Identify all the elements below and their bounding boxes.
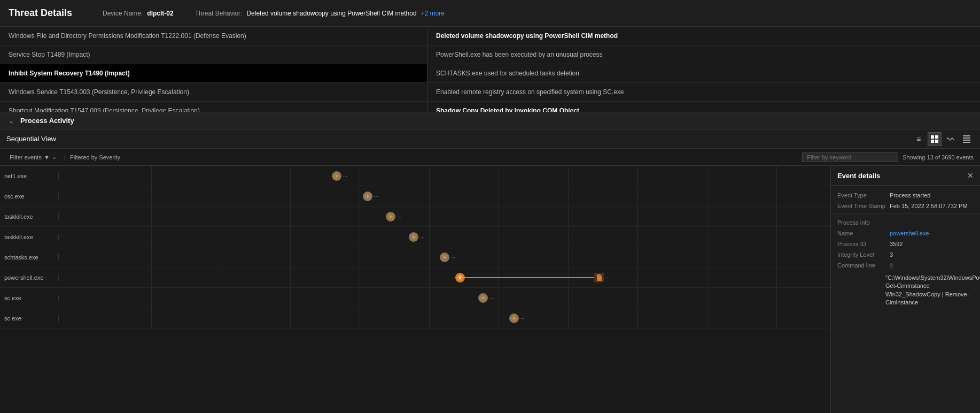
threat-right-item-2[interactable]: PowerShell.exe has been executed by an u… <box>427 45 980 64</box>
process-name-taskkill2: taskkill.exe <box>0 234 59 240</box>
process-activity-header: ⌄ Process Activity <box>0 112 980 129</box>
sequential-view-title: Sequential View <box>6 135 56 143</box>
event-type-label: Event Type <box>837 192 885 198</box>
svg-point-13 <box>459 277 461 279</box>
event-node-csc[interactable] <box>363 192 372 201</box>
event-node-powershell[interactable] <box>455 273 465 282</box>
chevron-down-icon[interactable]: ⌄ <box>9 117 14 125</box>
process-timeline: net1.exe <box>0 166 830 413</box>
behavior-value: Deleted volume shadowcopy using PowerShe… <box>246 10 416 17</box>
threat-item-2[interactable]: Service Stop T1489 (Impact) <box>0 45 427 64</box>
view-grid-button[interactable] <box>928 132 942 146</box>
svg-point-12 <box>444 256 446 258</box>
process-name-csc: csc.exe <box>0 193 59 200</box>
pid-value: 3592 <box>890 241 974 247</box>
process-name-sc1: sc.exe <box>0 295 59 301</box>
event-dots-csc[interactable]: ··· <box>374 193 378 199</box>
event-node-taskkill2[interactable] <box>409 232 418 242</box>
timeline-area-sc1: ··· <box>59 288 830 308</box>
event-type-value: Process started <box>890 192 974 198</box>
process-info-label: Process info <box>831 216 980 228</box>
event-details-panel: Event details ✕ Event Type Process start… <box>830 166 980 413</box>
threat-right-item-3[interactable]: SCHTASKS.exe used for scheduled tasks de… <box>427 64 980 83</box>
event-node-net1[interactable] <box>332 171 341 181</box>
threat-list-right: Deleted volume shadowcopy using PowerShe… <box>427 27 980 112</box>
timeline-area-schtasks: ··· <box>59 247 830 267</box>
filter-events-button[interactable]: Filter events ▼ ⌄ <box>6 152 60 162</box>
event-node-sc1[interactable] <box>478 293 488 303</box>
event-dots-taskkill2[interactable]: ··· <box>420 234 424 240</box>
event-dots-net1[interactable]: ··· <box>343 173 347 179</box>
timeline-area-taskkill1: ··· <box>59 206 830 226</box>
event-node-schtasks[interactable] <box>440 253 449 262</box>
svg-point-8 <box>336 175 338 177</box>
timeline-row-sc1: sc.exe <box>0 288 830 308</box>
process-name-powershell: powershell.exe <box>0 274 59 281</box>
name-label: Name <box>837 230 885 236</box>
integrity-label: Integrity Level <box>837 251 885 258</box>
threat-item-4[interactable]: Windows Service T1543.003 (Persistence, … <box>0 83 427 102</box>
more-link[interactable]: +2 more <box>421 10 445 17</box>
svg-rect-7 <box>963 142 970 143</box>
timeline-area-taskkill2: ··· <box>59 227 830 247</box>
page-title: Threat Details <box>9 7 94 19</box>
filter-separator: | <box>64 154 66 161</box>
event-node-taskkill1[interactable] <box>386 212 395 221</box>
showing-label: Showing 13 of 3690 events <box>903 154 974 160</box>
header: Threat Details Device Name: dlpclt-02 Th… <box>0 0 980 27</box>
pid-label: Process ID <box>837 241 885 247</box>
filter-icon: ▼ <box>44 154 50 160</box>
threat-right-item-4[interactable]: Enabled remote registry access on specif… <box>427 83 980 102</box>
event-doc-powershell[interactable] <box>594 273 604 282</box>
filter-label: Filter events <box>10 154 42 160</box>
event-dots-sc1[interactable]: ··· <box>489 295 494 301</box>
view-list-button[interactable]: ≡ <box>912 132 925 146</box>
event-node-sc2[interactable] <box>509 313 519 323</box>
event-type-row: Event Type Process started <box>831 190 980 201</box>
process-name-sc2: sc.exe <box>0 315 59 322</box>
process-name-schtasks: schtasks.exe <box>0 254 59 261</box>
event-dots-schtasks[interactable]: ··· <box>451 254 455 260</box>
threat-right-item-5[interactable]: Shadow Copy Deleted by Invoking COM Obje… <box>427 102 980 112</box>
panel-title: Event details <box>837 172 880 180</box>
keyword-filter-input[interactable] <box>802 152 898 162</box>
threat-item-5[interactable]: Shortcut Modification T1547.009 (Persist… <box>0 102 427 112</box>
integrity-value: 3 <box>890 251 974 258</box>
timeline-area-net1: ··· <box>59 166 830 186</box>
integrity-row: Integrity Level 3 <box>831 249 980 260</box>
event-connection-line <box>460 277 599 278</box>
behavior-label: Threat Behavior: <box>195 10 243 17</box>
view-icon-group: ≡ <box>912 132 974 146</box>
threat-right-item-1[interactable]: Deleted volume shadowcopy using PowerShe… <box>427 27 980 45</box>
threat-list-left: Windows File and Directory Permissions M… <box>0 27 427 112</box>
timeline-area-powershell: ··· <box>59 267 830 287</box>
sequential-view-bar: Sequential View ≡ <box>0 129 980 149</box>
process-name-row: Name powershell.exe <box>831 228 980 239</box>
device-label: Device Name: <box>103 10 143 17</box>
event-dots-powershell-doc[interactable]: ··· <box>605 274 610 280</box>
process-activity-title: Process Activity <box>20 117 74 125</box>
process-name-value[interactable]: powershell.exe <box>890 230 974 236</box>
event-dots-sc2[interactable]: ··· <box>520 315 525 321</box>
filter-chevron: ⌄ <box>52 154 57 160</box>
threat-item-3[interactable]: Inhibit System Recovery T1490 (Impact) <box>0 64 427 83</box>
timeline-row-powershell: powershell.exe <box>0 267 830 288</box>
timeline-row-taskkill2: taskkill.exe <box>0 227 830 247</box>
copy-icon[interactable]: ⎘ <box>890 262 893 270</box>
cmd-label-row: Command line ⎘ <box>831 260 980 272</box>
cmd-label: Command line <box>837 262 885 270</box>
timeline-grid: net1.exe <box>0 166 830 413</box>
event-dots-taskkill1[interactable]: ··· <box>397 213 401 219</box>
svg-rect-6 <box>963 140 970 141</box>
threat-section: Windows File and Directory Permissions M… <box>0 27 980 112</box>
svg-rect-5 <box>963 137 970 139</box>
threat-item-1[interactable]: Windows File and Directory Permissions M… <box>0 27 427 45</box>
close-button[interactable]: ✕ <box>967 171 974 180</box>
view-table-button[interactable] <box>960 132 974 146</box>
panel-header: Event details ✕ <box>831 166 980 186</box>
view-wave-button[interactable] <box>944 132 958 146</box>
event-time-row: Event Time Stamp Feb 15, 2022 2:58:07.73… <box>831 201 980 211</box>
cmd-value: "C:\Windows\System32\WindowsPowerShell\v… <box>831 272 980 309</box>
event-time-value: Feb 15, 2022 2:58:07.732 PM <box>890 203 974 209</box>
event-time-label: Event Time Stamp <box>837 203 885 209</box>
